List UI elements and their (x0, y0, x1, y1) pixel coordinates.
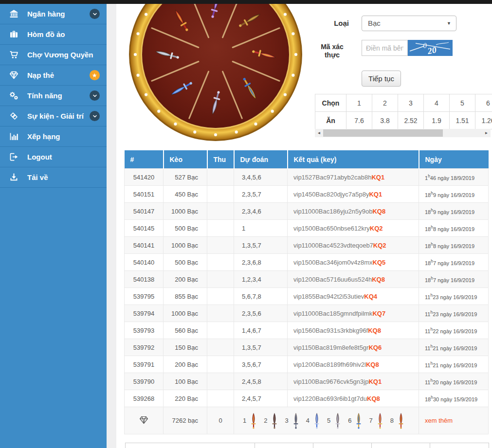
bottom-table-cell (255, 443, 313, 448)
bet-prediction: 1,4,6,7 (234, 322, 288, 339)
bottom-table-cell (371, 443, 430, 448)
weapon-legend: 12345678 (234, 407, 419, 434)
table-row: 540145500 Bạc1vip1500Bac650nbse612kryKQ2… (125, 220, 489, 237)
column-header: Dự đoán (234, 150, 288, 169)
bet-id: 540147 (125, 203, 164, 220)
sidebar-item-su-kien-giai-tri[interactable]: Sự kiện - Giải trí (0, 106, 107, 126)
type-select[interactable]: Bạc ▼ (362, 16, 456, 31)
prize-wheel-graphic (128, 4, 303, 142)
odds-choice: 6 (475, 94, 492, 112)
weapon-number: 7 (369, 417, 372, 424)
dark-bow-icon (269, 412, 280, 430)
gears-icon (0, 90, 27, 101)
bet-date: 18h7 ngày 16/9/2019 (419, 254, 489, 271)
sidebar-item-label: Xếp hạng (27, 132, 107, 141)
silver-axe-icon (291, 412, 301, 430)
bet-prediction: 2,3,5,6 (234, 305, 288, 322)
sidebar: Ngân hàngHòm đồ ảoChợ Vương QuyềnNạp thẻ… (0, 4, 107, 448)
blue-sword-icon (311, 412, 322, 430)
sidebar-item-tai-ve[interactable]: Tải về (0, 167, 107, 188)
bet-prediction: 1,3,5,7 (234, 237, 288, 254)
bet-id: 540151 (125, 186, 164, 203)
captcha-input[interactable] (362, 40, 408, 56)
bet-date: 11h20 ngày 16/9/2019 (419, 373, 489, 390)
sidebar-item-hom-do-ao[interactable]: Hòm đồ ảo (0, 24, 107, 45)
odds-payout: 1.26 (475, 112, 492, 129)
arrow-left-icon[interactable]: ◄ (315, 129, 323, 137)
prize-wheel (128, 4, 303, 142)
result-key: vip1220Bac693r6ib1gt7duKQ8 (288, 390, 419, 407)
captcha-image[interactable]: 020 (408, 40, 453, 56)
odds-payout: 2.52 (398, 112, 424, 129)
sidebar-item-cho-vuong-quyen[interactable]: Chợ Vương Quyền (0, 45, 107, 65)
odds-choice: 1 (346, 94, 372, 112)
table-row: 539795855 Bạc5,6,7,8vip1855Bac942t2i53ut… (125, 288, 489, 305)
svg-text:20: 20 (426, 45, 437, 56)
sidebar-item-logout[interactable]: Logout (0, 147, 107, 167)
odds-choose-label: Chọn (315, 94, 346, 112)
odds-payout-label: Ăn (315, 112, 346, 129)
sidebar-item-label: Sự kiện - Giải trí (27, 112, 90, 120)
bet-prediction: 3,4,5,6 (234, 169, 288, 186)
result-key: vip1500Bac346jom0v4z8mxKQ5 (288, 254, 419, 271)
cart-icon (0, 50, 27, 60)
result-key: vip1855Bac942t2i53utievKQ4 (288, 288, 419, 305)
result-key: vip1100Bac9676cvk5gn3jpKQ1 (288, 373, 419, 390)
result-key: vip1527Bac971abyb2cab8hKQ1 (288, 169, 419, 186)
scrollbar-thumb[interactable] (323, 129, 443, 137)
sidebar-item-ngan-hang[interactable]: Ngân hàng (0, 4, 107, 24)
bet-date: 11h23 ngày 16/9/2019 (419, 305, 489, 322)
result-key: vip1200Bac8189fh69hiv2lKQ8 (288, 356, 419, 373)
table-row: 5397941000 Bạc2,3,5,6vip11000Bac185gmndf… (125, 305, 489, 322)
result-key: vip1500Bac650nbse612kryKQ2 (288, 220, 419, 237)
bar-chart-icon (9, 131, 19, 142)
sidebar-item-label: Chợ Vương Quyền (27, 51, 107, 59)
fire-blade-icon (396, 412, 406, 430)
content-panel: Loại Bạc ▼ Mã xác thực 020 Tiếp tục Chọn… (116, 4, 492, 448)
table-row: 539790100 Bạc2,4,5,8vip1100Bac9676cvk5gn… (125, 373, 489, 390)
bet-prediction: 2,3,6,8 (234, 254, 288, 271)
sidebar-item-nap-the[interactable]: Nạp thẻ★ (0, 65, 107, 86)
bet-id: 539268 (125, 390, 164, 407)
odds-choice: 4 (424, 94, 450, 112)
column-header: Thu (207, 150, 234, 169)
gears-icon (9, 90, 19, 101)
table-row: 541420527 Bạc3,4,5,6vip1527Bac971abyb2ca… (125, 169, 489, 186)
sidebar-item-label: Nạp thẻ (27, 71, 90, 79)
sidebar-item-tinh-nang[interactable]: Tính năng (0, 86, 107, 106)
submit-button[interactable]: Tiếp tục (362, 71, 401, 87)
table-row: 539792150 Bạc1,3,5,7vip1150Bac819m8efe8t… (125, 339, 489, 356)
history-table: #KèoThuDự đoánKết quả (key)Ngày 54142052… (124, 150, 489, 434)
gem-icon (9, 70, 19, 80)
bank-icon (0, 9, 27, 19)
bet-id: 540141 (125, 237, 164, 254)
bet-win (207, 288, 234, 305)
bet-prediction: 1,3,5,7 (234, 339, 288, 356)
bet-id: 540140 (125, 254, 164, 271)
result-key: vip1150Bac819m8efe8t5grKQ6 (288, 339, 419, 356)
bottom-table-cell (126, 443, 255, 448)
briefcase-icon (9, 29, 19, 39)
bet-amount: 200 Bạc (164, 271, 207, 288)
sidebar-item-label: Logout (27, 153, 107, 161)
topbar (0, 0, 492, 4)
odds-choice: 3 (398, 94, 424, 112)
result-key: vip1560Bac931s3rkbkg96fKQ8 (288, 322, 419, 339)
odds-table: Chọn123456 Ăn7.63.82.521.91.511.26 (315, 94, 492, 129)
total-amount: 7262 bạc (164, 407, 207, 434)
bet-win (207, 305, 234, 322)
table-row: 539793560 Bạc1,4,6,7vip1560Bac931s3rkbkg… (125, 322, 489, 339)
column-header: Kèo (164, 150, 207, 169)
odds-payout: 1.9 (424, 112, 450, 129)
sidebar-item-xep-hang[interactable]: Xếp hạng (0, 126, 107, 147)
bet-prediction: 2,3,5,7 (234, 186, 288, 203)
arrow-right-icon[interactable]: ► (482, 129, 491, 137)
sidebar-item-label: Tính năng (27, 91, 90, 100)
bottom-table-cell (313, 443, 371, 448)
table-row: 540140500 Bạc2,3,6,8vip1500Bac346jom0v4z… (125, 254, 489, 271)
see-more-link[interactable]: xem thêm (419, 407, 489, 434)
weapon-number: 4 (306, 417, 310, 424)
sidebar-item-label: Tải về (27, 173, 107, 181)
odds-choice: 5 (450, 94, 475, 112)
chevron-down-icon (90, 90, 100, 101)
